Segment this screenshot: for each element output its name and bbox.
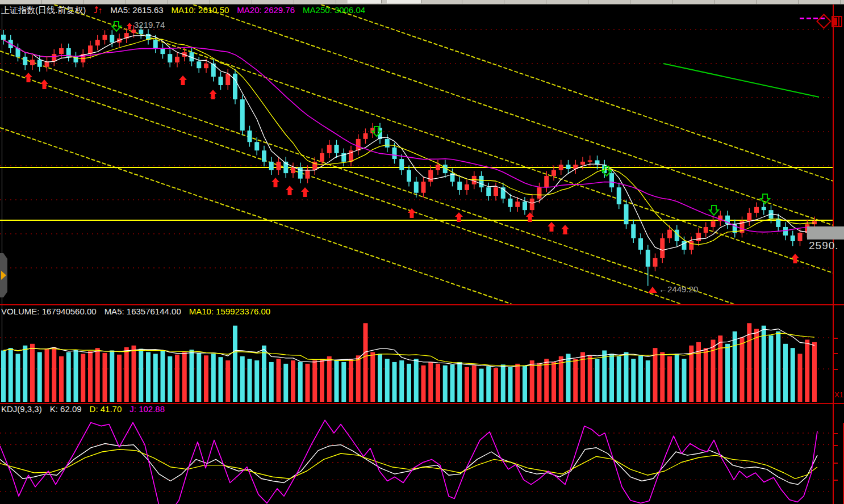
- volume-header: VOLUME: 167940560.00 MA5: 163576144.00 M…: [1, 306, 270, 317]
- volume-ma5-value: MA5: 163576144.00: [105, 306, 181, 317]
- right-axis-line: [833, 5, 834, 504]
- ma5-value: MA5: 2615.63: [110, 5, 163, 15]
- kdj-header: KDJ(9,3,3) K: 62.09 D: 41.70 J: 102.88: [1, 404, 165, 414]
- volume-scale-label: X1: [834, 390, 843, 399]
- kdj-j-value: J: 102.88: [129, 404, 165, 414]
- axis-tick: [834, 480, 838, 481]
- up-arrow-icon: ⤴︎↑: [94, 5, 102, 15]
- window-pane-divider: [838, 17, 839, 26]
- kdj-k-value: K: 62.09: [50, 404, 82, 414]
- sidebar-expand-handle[interactable]: [0, 253, 7, 297]
- axis-tick: [834, 353, 838, 354]
- axis-tick: [834, 463, 838, 464]
- chart-canvas[interactable]: [0, 0, 844, 504]
- main-chart-header: 上证指数(日线.前复权) ⤴︎↑ MA5: 2615.63 MA10: 2610…: [1, 5, 365, 15]
- axis-tick: [834, 338, 838, 339]
- drawing-dash-icon: [807, 18, 811, 19]
- drawing-dash-icon: [813, 18, 818, 19]
- last-price-tag: [807, 226, 844, 240]
- symbol-title: 上证指数(日线.前复权): [1, 5, 86, 15]
- axis-tick: [834, 433, 838, 434]
- trough-marker-icon: [648, 287, 657, 293]
- window-pane-fill: [833, 18, 837, 26]
- drawing-dash-icon: [800, 18, 804, 19]
- pane-separator: [0, 304, 844, 305]
- volume-ma10-value: MA10: 159923376.00: [189, 306, 270, 317]
- expand-arrow-icon: [1, 271, 6, 280]
- volume-value: VOLUME: 167940560.00: [1, 306, 97, 317]
- trading-app-window: 上证指数(日线.前复权) ⤴︎↑ MA5: 2615.63 MA10: 2610…: [0, 0, 844, 504]
- kdj-label: KDJ(9,3,3): [1, 404, 42, 414]
- axis-tick: [834, 445, 838, 446]
- ma250-value: MA250: 3006.04: [303, 5, 365, 15]
- axis-tick: [834, 369, 838, 370]
- last-price-label: 2590.: [809, 240, 839, 252]
- trough-price-label: ←2449.20: [659, 284, 698, 294]
- ma10-value: MA10: 2610.50: [172, 5, 229, 15]
- kdj-d-value: D: 41.70: [90, 404, 122, 414]
- split-window-icon[interactable]: [832, 16, 842, 27]
- peak-price-label: 3219.74: [134, 20, 165, 30]
- ma20-value: MA20: 2629.76: [237, 5, 295, 15]
